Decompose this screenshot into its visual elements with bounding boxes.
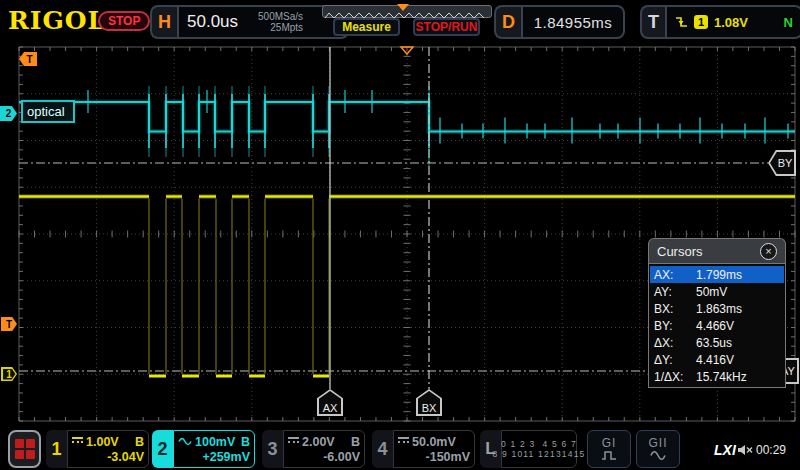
channel1-number: 1 xyxy=(46,430,67,468)
cursor-row[interactable]: AY:50mV xyxy=(650,283,784,300)
menu-button[interactable] xyxy=(8,430,41,468)
cursor-row[interactable]: ΔX:63.5us xyxy=(650,334,784,351)
cursor-row-label: ΔX: xyxy=(654,336,696,350)
cursor-row[interactable]: BY:4.466V xyxy=(650,317,784,334)
cursor-row-label: BX: xyxy=(654,302,696,316)
sine-wave-icon xyxy=(650,450,666,461)
ac-coupling-icon xyxy=(178,437,192,446)
bandwidth-limit-label: B xyxy=(241,435,250,449)
cursor-row[interactable]: ΔY:4.416V xyxy=(650,351,784,368)
cursor-row-value: 1.799ms xyxy=(696,268,742,282)
channel1-offset: -3.04V xyxy=(72,450,144,464)
menu-grid-icon xyxy=(15,439,35,459)
oscilloscope-screen: RIGOL STOP H 50.0us 500MSa/s25Mpts Measu… xyxy=(0,0,800,470)
cursor-row[interactable]: BX:1.863ms xyxy=(650,300,784,317)
cursor-row-value: 50mV xyxy=(696,285,727,299)
generator2-label: GII xyxy=(648,437,667,450)
channel1-status[interactable]: 1 1.00V B -3.04V xyxy=(46,430,149,468)
cursor-row-label: AX: xyxy=(654,268,696,282)
bandwidth-limit-label: B xyxy=(351,435,360,449)
cursor-row-label: AY: xyxy=(654,285,696,299)
generator1-button[interactable]: GI xyxy=(587,430,631,468)
cursor-row-value: 15.74kHz xyxy=(696,370,747,384)
cursor-row-value: 63.5us xyxy=(696,336,732,350)
speaker-muted-icon[interactable] xyxy=(737,444,754,456)
cursor-row[interactable]: AX:1.799ms xyxy=(650,266,784,283)
cursor-row-label: 1/ΔX: xyxy=(654,370,696,384)
cursors-panel-title: Cursors xyxy=(657,244,703,259)
square-wave-icon xyxy=(601,450,617,461)
channel2-status[interactable]: 2 100mV B +259mV xyxy=(152,430,255,468)
cursor-row[interactable]: 1/ΔX:15.74kHz xyxy=(650,368,784,385)
channel3-status[interactable]: 3 2.00V B -6.00V xyxy=(262,430,365,468)
cursors-panel: Cursors × AX:1.799msAY:50mVBX:1.863msBY:… xyxy=(648,238,786,388)
cursors-rows: AX:1.799msAY:50mVBX:1.863msBY:4.466VΔX:6… xyxy=(648,263,786,388)
clock: 00:29 xyxy=(756,443,786,457)
channel4-number: 4 xyxy=(372,430,393,468)
channel4-scale: 50.0mV xyxy=(412,435,456,449)
channel2-offset: +259mV xyxy=(178,450,250,464)
logic-row1: 0 1 2 3 4 5 6 7 xyxy=(501,439,577,449)
channel-label-optical[interactable]: optical xyxy=(21,100,75,123)
cursor-row-value: 4.466V xyxy=(696,319,734,333)
generator1-label: GI xyxy=(602,437,617,450)
dc-coupling-icon xyxy=(398,437,409,446)
waveform-display[interactable] xyxy=(0,0,800,470)
cursor-row-label: BY: xyxy=(654,319,696,333)
bandwidth-limit-label: B xyxy=(135,435,144,449)
channel3-scale: 2.00V xyxy=(302,435,335,449)
close-icon[interactable]: × xyxy=(760,243,777,260)
dc-coupling-icon xyxy=(288,437,299,446)
channel1-scale: 1.00V xyxy=(86,435,119,449)
lxi-logo: LXI xyxy=(714,442,736,458)
cursor-row-value: 4.416V xyxy=(696,353,734,367)
generator2-button[interactable]: GII xyxy=(636,430,680,468)
dc-coupling-icon xyxy=(72,437,83,446)
channel2-number: 2 xyxy=(152,430,173,468)
channel4-offset: -150mV xyxy=(398,450,470,464)
channel3-offset: -6.00V xyxy=(288,450,360,464)
cursor-row-value: 1.863ms xyxy=(696,302,742,316)
channel4-status[interactable]: 4 50.0mV -150mV xyxy=(372,430,475,468)
logic-channels-status[interactable]: L 0 1 2 3 4 5 6 7 8 9 1011 12131415 xyxy=(480,430,577,468)
logic-row2: 8 9 1011 12131415 xyxy=(492,449,585,459)
channel2-scale: 100mV xyxy=(195,435,235,449)
cursor-row-label: ΔY: xyxy=(654,353,696,367)
channel3-number: 3 xyxy=(262,430,283,468)
